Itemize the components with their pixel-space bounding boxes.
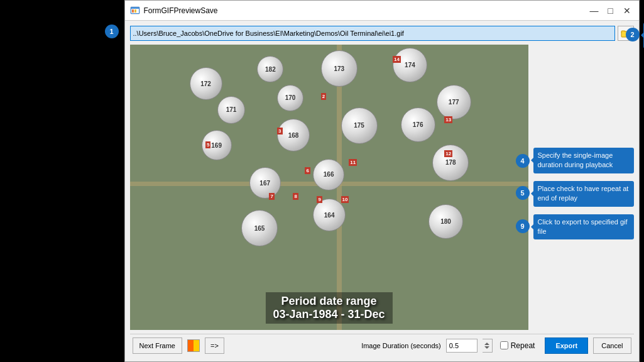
titlebar-left: FormGIFPreviewSave <box>130 6 218 16</box>
tooltip-duration: Specify the single-image duration during… <box>533 148 634 173</box>
window-title: FormGIFPreviewSave <box>144 6 218 15</box>
image-container: 3 172 182 173 174 171 170 <box>130 45 528 330</box>
right-panel: 4 Specify the single-image duration duri… <box>533 45 634 330</box>
annotation-1: 1 <box>105 25 119 38</box>
close-button[interactable]: ✕ <box>620 4 634 18</box>
aerial-image: 172 182 173 174 171 170 177 169 168 175 … <box>130 45 528 330</box>
titlebar-controls: — □ ✕ <box>587 4 634 18</box>
annotation-2: 2 <box>626 28 640 41</box>
annotation-5: 5 <box>516 186 530 200</box>
window-icon <box>130 6 140 16</box>
repeat-label: Repeat <box>511 341 535 350</box>
bottom-controls: Next Frame => Image Duration (seconds) R… <box>130 334 634 356</box>
minimize-button[interactable]: — <box>587 4 601 18</box>
duration-spinner[interactable] <box>483 339 493 353</box>
annotation-9: 9 <box>516 219 530 233</box>
export-button[interactable]: Export <box>545 337 588 354</box>
file-path-input[interactable] <box>130 26 615 41</box>
main-content-row: 3 172 182 173 174 171 170 <box>130 45 634 330</box>
svg-rect-2 <box>132 9 134 13</box>
path-row: 1 2 Click to browse for new file path <box>130 26 634 41</box>
cancel-button[interactable]: Cancel <box>593 337 631 354</box>
arrow-button[interactable]: => <box>205 337 224 354</box>
tooltip-5-container: 5 Place check to have repeat at end of r… <box>533 181 634 207</box>
duration-input[interactable] <box>446 339 478 353</box>
duration-label: Image Duration (seconds) <box>361 342 441 349</box>
content-area: 1 2 Click to browse for new file path <box>125 21 639 361</box>
main-window: FormGIFPreviewSave — □ ✕ 1 <box>124 0 640 362</box>
svg-marker-8 <box>484 346 489 349</box>
repeat-checkbox[interactable] <box>500 341 508 349</box>
tooltip-export: Click to export to specified gif file <box>533 214 634 240</box>
svg-rect-3 <box>134 9 136 13</box>
annotation-4: 4 <box>516 154 530 168</box>
overlay-text: Period date range 03-Jan-1984 - 31-Dec <box>265 292 392 324</box>
titlebar: FormGIFPreviewSave — □ ✕ <box>125 1 639 21</box>
repeat-row: Repeat <box>500 341 535 350</box>
tooltip-4-container: 4 Specify the single-image duration duri… <box>533 148 634 173</box>
tooltip-9-container: 9 Click to export to specified gif file <box>533 214 634 240</box>
svg-marker-7 <box>484 343 489 345</box>
tooltip-repeat: Place check to have repeat at end of rep… <box>533 181 634 207</box>
color-swatch <box>187 339 200 352</box>
next-frame-button[interactable]: Next Frame <box>133 337 182 354</box>
maximize-button[interactable]: □ <box>604 4 618 18</box>
